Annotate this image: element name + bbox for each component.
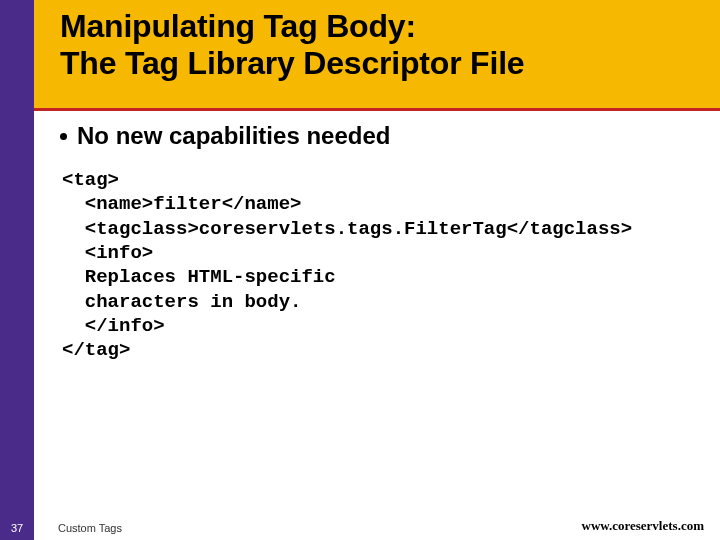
bullet-dot-icon [60,133,67,140]
code-line: </info> [62,315,165,337]
code-line: characters in body. [62,291,301,313]
bullet-text: No new capabilities needed [77,122,390,150]
slide-title: Manipulating Tag Body: The Tag Library D… [60,8,704,82]
code-line: <tag> [62,169,119,191]
title-band: Manipulating Tag Body: The Tag Library D… [34,0,720,108]
code-line: <name>filter</name> [62,193,301,215]
code-line: Replaces HTML-specific [62,266,336,288]
footer-left-label: Custom Tags [58,522,122,534]
bullet-item: No new capabilities needed [60,122,702,150]
footer: 37 Custom Tags www.coreservlets.com [0,512,720,540]
title-underline [34,108,720,111]
code-line: <tagclass>coreservlets.tags.FilterTag</t… [62,218,632,240]
title-line-2: The Tag Library Descriptor File [60,45,524,81]
title-line-1: Manipulating Tag Body: [60,8,416,44]
footer-right-label: www.coreservlets.com [582,518,705,534]
page-number-box: 37 [0,518,34,536]
code-line: <info> [62,242,153,264]
page-number: 37 [11,522,23,534]
code-block: <tag> <name>filter</name> <tagclass>core… [62,168,702,363]
code-line: </tag> [62,339,130,361]
left-sidebar [0,0,34,540]
slide-body: No new capabilities needed <tag> <name>f… [34,122,720,363]
